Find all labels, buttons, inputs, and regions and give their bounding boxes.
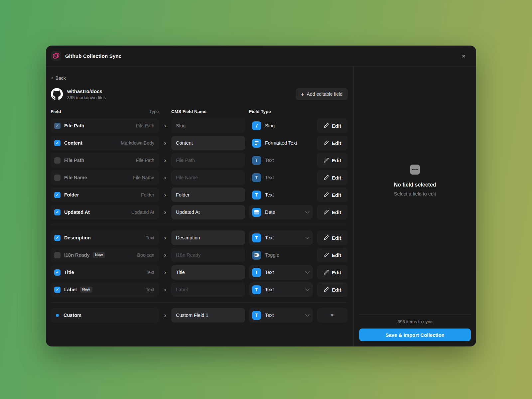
row-chevron-icon: › (159, 235, 171, 241)
field-checkbox[interactable] (54, 175, 61, 181)
field-cell-file-path[interactable]: ✓File PathFile Path (51, 118, 159, 133)
field-type-select[interactable]: TText (249, 230, 313, 245)
field-cell-content[interactable]: ✓ContentMarkdown Body (51, 136, 159, 150)
cms-field-name-input[interactable] (171, 230, 245, 245)
toggle-icon (254, 253, 259, 257)
add-editable-field-button[interactable]: + Add editable field (296, 88, 348, 100)
field-type-display: Toggle (249, 248, 313, 262)
edit-button[interactable]: Edit (317, 136, 348, 150)
field-cell-folder[interactable]: ✓FolderFolder (51, 188, 159, 202)
back-button[interactable]: ‹ Back (51, 75, 66, 81)
edit-button[interactable]: Edit (317, 170, 348, 185)
field-type-label: Slug (265, 123, 275, 128)
cms-field-name-input[interactable] (171, 282, 245, 297)
text-tile: T (252, 156, 261, 165)
date-tile (252, 208, 261, 217)
cms-field-name-input[interactable] (171, 308, 245, 323)
pencil-icon (324, 252, 329, 258)
pencil-icon (324, 140, 329, 146)
edit-label: Edit (332, 192, 341, 198)
field-checkbox[interactable]: ✓ (54, 235, 61, 241)
field-type-label: Toggle (265, 252, 279, 258)
pencil-icon (324, 209, 329, 215)
field-checkbox[interactable] (54, 252, 61, 258)
field-type-select[interactable]: TText (249, 308, 313, 323)
text-icon: T (255, 235, 258, 240)
row-chevron-icon: › (159, 140, 171, 146)
section-divider (51, 225, 347, 225)
cms-field-name-input[interactable] (171, 205, 245, 219)
field-type-select[interactable]: Date (249, 205, 313, 219)
edit-button[interactable]: Edit (317, 205, 348, 219)
edit-button[interactable]: Edit (317, 265, 348, 280)
source-type-label: Markdown Body (121, 140, 154, 146)
field-type-label: Formatted Text (265, 140, 297, 146)
chevron-down-icon (305, 209, 310, 213)
row-chevron-icon: › (159, 123, 171, 129)
edit-button[interactable]: Edit (317, 282, 348, 297)
field-checkbox[interactable] (54, 157, 61, 164)
edit-button[interactable]: Edit (317, 118, 348, 133)
cms-field-name-input[interactable] (171, 170, 245, 185)
edit-button[interactable]: Edit (317, 188, 348, 202)
field-cell-label[interactable]: ✓LabelNewText (51, 282, 159, 297)
field-checkbox[interactable]: ✓ (54, 269, 61, 276)
row-chevron-icon: › (159, 252, 171, 258)
field-label: Title (64, 270, 74, 275)
field-checkbox[interactable]: ✓ (54, 209, 61, 215)
text-icon: T (255, 270, 258, 275)
items-to-sync-count: 395 items to sync (359, 319, 471, 324)
pencil-icon (324, 270, 329, 275)
cms-field-name-input[interactable] (171, 188, 245, 202)
cms-field-name-input[interactable] (171, 248, 245, 262)
field-type-select[interactable]: TText (249, 282, 313, 297)
cms-field-name-input[interactable] (171, 118, 245, 133)
modal-body: ‹ Back withastro/docs 395 markdown files… (46, 66, 476, 346)
chevron-down-icon (305, 269, 310, 274)
field-cell-description[interactable]: ✓DescriptionText (51, 230, 159, 245)
field-row: ✓LabelNewText›TTextEdit (51, 282, 348, 297)
calendar-icon (254, 210, 259, 214)
ellipsis-icon (410, 165, 420, 175)
field-type-select[interactable]: TText (249, 265, 313, 280)
field-label: Label (64, 287, 77, 292)
edit-button[interactable]: Edit (317, 230, 348, 245)
field-cell-title[interactable]: ✓TitleText (51, 265, 159, 280)
field-type-display: Formatted Text (249, 136, 313, 150)
field-cell-custom[interactable]: Custom (51, 308, 159, 323)
field-cell-file-path[interactable]: File PathFile Path (51, 153, 159, 168)
source-type-label: Text (146, 287, 154, 292)
cms-field-name-input[interactable] (171, 265, 245, 280)
source-type-label: Updated At (131, 209, 154, 215)
field-type-label: Text (265, 270, 274, 275)
row-chevron-icon: › (159, 175, 171, 181)
edit-button[interactable]: Edit (317, 248, 348, 262)
remove-custom-field-button[interactable]: × (317, 308, 348, 323)
richtext-tile (252, 139, 261, 148)
field-checkbox[interactable]: ✓ (54, 140, 61, 146)
field-checkbox[interactable]: ✓ (54, 192, 61, 198)
field-cell-file-name[interactable]: File NameFile Name (51, 170, 159, 185)
field-cell-i18n-ready[interactable]: I18n ReadyNewBoolean (51, 248, 159, 262)
pencil-icon (324, 235, 329, 240)
source-type-label: File Path (136, 158, 154, 163)
pencil-icon (324, 158, 329, 163)
edit-button[interactable]: Edit (317, 153, 348, 168)
close-icon[interactable]: × (459, 51, 468, 61)
cms-field-name-input[interactable] (171, 153, 245, 168)
app-logo-icon (51, 51, 61, 61)
field-label: Content (64, 140, 82, 146)
slug-icon: / (256, 123, 257, 129)
field-checkbox[interactable]: ✓ (54, 287, 61, 293)
save-import-collection-button[interactable]: Save & Import Collection (359, 329, 471, 341)
field-checkbox[interactable]: ✓ (54, 123, 61, 129)
inspector-footer: 395 items to sync Save & Import Collecti… (359, 315, 471, 346)
field-type-label: Text (265, 235, 274, 240)
edit-label: Edit (332, 175, 341, 181)
field-label: Folder (64, 192, 79, 198)
field-label: Custom (64, 313, 81, 318)
field-row: ✓DescriptionText›TTextEdit (51, 230, 348, 245)
cms-field-name-input[interactable] (171, 136, 245, 150)
field-mapping-pane: ‹ Back withastro/docs 395 markdown files… (46, 66, 353, 346)
field-cell-updated-at[interactable]: ✓Updated AtUpdated At (51, 205, 159, 219)
